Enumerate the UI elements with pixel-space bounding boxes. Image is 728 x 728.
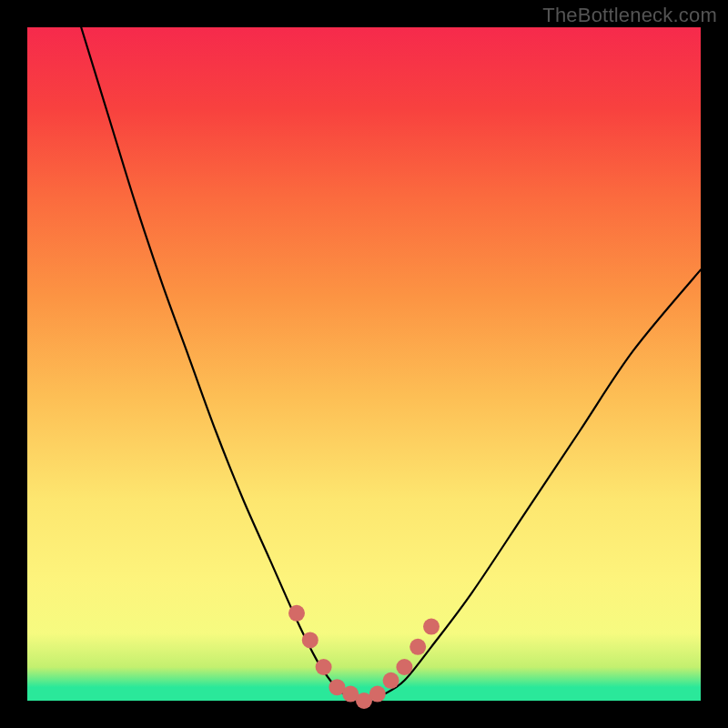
fit-dot <box>288 605 305 622</box>
fit-dot <box>316 659 332 675</box>
watermark-text: TheBottleneck.com <box>542 4 717 27</box>
bottleneck-curve <box>81 27 701 701</box>
chart-container: TheBottleneck.com <box>0 0 728 728</box>
fit-dot <box>383 672 399 689</box>
fit-dot <box>410 639 426 655</box>
plot-area <box>27 27 701 701</box>
fit-dot <box>423 619 440 635</box>
fit-dot <box>302 632 318 648</box>
fit-region-dots <box>288 605 440 709</box>
chart-svg <box>27 27 701 701</box>
fit-dot <box>369 686 386 703</box>
fit-dot <box>396 659 412 675</box>
